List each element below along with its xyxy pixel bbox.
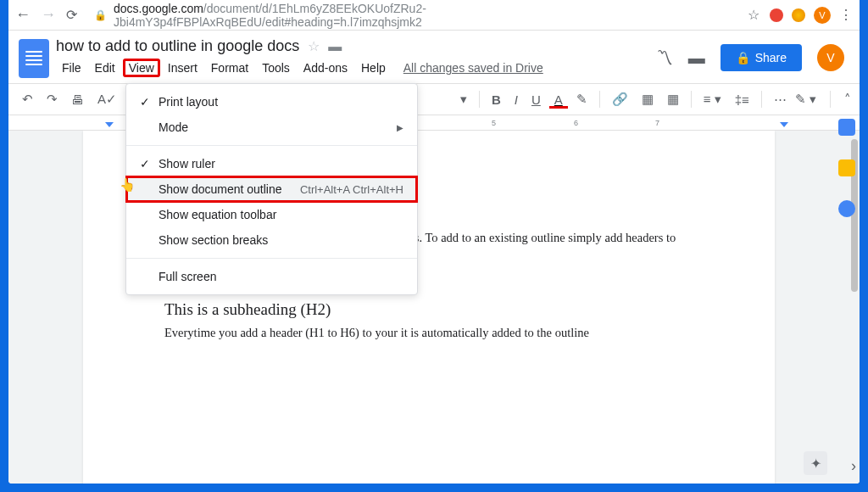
left-indent-marker[interactable]: [105, 122, 114, 127]
menu-show-document-outline[interactable]: Show document outline Ctrl+Alt+A Ctrl+Al…: [126, 176, 417, 202]
lock-icon: 🔒: [736, 51, 750, 64]
star-document-icon[interactable]: ☆: [308, 38, 320, 54]
profile-avatar-sm[interactable]: V: [814, 7, 831, 24]
expand-icon[interactable]: ˄: [844, 92, 851, 107]
url-bar[interactable]: 🔒 docs.google.com/document/d/1EhLm6yZ8EE…: [87, 2, 737, 29]
print-icon[interactable]: 🖶: [66, 89, 89, 110]
reload-button[interactable]: ⟳: [66, 7, 77, 23]
line-spacing-icon[interactable]: ‡≡: [730, 89, 754, 110]
menu-item-label: Show equation toolbar: [159, 208, 403, 221]
back-button[interactable]: ←: [15, 6, 31, 24]
menu-file[interactable]: File: [56, 59, 87, 77]
checkmark-icon: ✓: [140, 95, 159, 109]
undo-icon[interactable]: ↶: [17, 88, 38, 110]
menu-item-label: Full screen: [159, 270, 403, 283]
menu-insert[interactable]: Insert: [162, 59, 203, 77]
url-host: docs.google.com/document/d/1EhLm6yZ8EEkO…: [114, 2, 731, 29]
browser-menu-icon[interactable]: ⋮: [839, 7, 853, 23]
menu-mode[interactable]: Mode ▶: [126, 115, 417, 140]
menu-shortcut: Ctrl+Alt+A Ctrl+Alt+H: [300, 183, 403, 196]
doc-paragraph-2[interactable]: Everytime you add a header (H1 to H6) to…: [164, 324, 693, 343]
document-title[interactable]: how to add to outline in google docs: [56, 37, 299, 55]
ruler-tick: 5: [492, 119, 496, 127]
more-icon[interactable]: ⋯: [769, 88, 792, 110]
text-color-icon[interactable]: A: [549, 90, 568, 109]
separator: [599, 91, 600, 108]
docs-logo-icon[interactable]: [19, 39, 49, 78]
checkmark-icon: ✓: [140, 157, 159, 171]
separator: [761, 91, 762, 108]
spellcheck-icon[interactable]: A✓: [92, 88, 122, 110]
side-panel-toggle-icon[interactable]: ›: [851, 457, 856, 475]
save-status[interactable]: All changes saved in Drive: [403, 61, 543, 75]
editing-mode-icon[interactable]: ✎ ▾: [795, 92, 816, 107]
menu-bar: File Edit View Insert Format Tools Add-o…: [56, 59, 649, 77]
menu-print-layout[interactable]: ✓ Print layout: [126, 89, 417, 115]
comment-add-icon[interactable]: ▦: [637, 88, 659, 110]
ruler-tick: 6: [574, 119, 578, 127]
menu-separator: [126, 258, 417, 259]
browser-toolbar: ← → ⟳ 🔒 docs.google.com/document/d/1EhLm…: [8, 0, 860, 31]
align-icon[interactable]: ≡ ▾: [698, 88, 726, 110]
ruler-tick: 7: [655, 119, 659, 127]
link-icon[interactable]: 🔗: [607, 88, 633, 110]
extension-icons: V ⋮: [770, 7, 853, 24]
bookmark-star-icon[interactable]: ☆: [748, 7, 760, 23]
underline-icon[interactable]: U: [526, 89, 546, 110]
explore-button[interactable]: ✦: [804, 451, 827, 475]
menu-item-label: Print layout: [159, 95, 403, 109]
docs-header: how to add to outline in google docs ☆ ▬…: [8, 31, 860, 78]
extension-icon-1[interactable]: [770, 8, 783, 22]
italic-icon[interactable]: I: [509, 89, 523, 110]
account-avatar[interactable]: V: [817, 44, 844, 71]
menu-item-label: Mode: [159, 120, 397, 134]
menu-addons[interactable]: Add-ons: [298, 59, 353, 77]
lock-icon: 🔒: [94, 9, 107, 21]
menu-edit[interactable]: Edit: [89, 59, 121, 77]
image-icon[interactable]: ▦: [662, 88, 684, 110]
menu-help[interactable]: Help: [355, 59, 392, 77]
menu-show-ruler[interactable]: ✓ Show ruler: [126, 151, 417, 176]
extension-icon-2[interactable]: [792, 8, 805, 22]
separator: [691, 91, 692, 108]
submenu-arrow-icon: ▶: [397, 123, 403, 132]
menu-full-screen[interactable]: Full screen: [126, 264, 417, 289]
view-menu-dropdown: ✓ Print layout Mode ▶ ✓ Show ruler Show …: [125, 83, 418, 295]
browser-window: ← → ⟳ 🔒 docs.google.com/document/d/1EhLm…: [8, 0, 860, 484]
menu-item-label: Show ruler: [159, 157, 403, 171]
font-size-dropdown[interactable]: ▾: [455, 88, 472, 110]
menu-separator: [126, 145, 417, 146]
side-panel: [834, 112, 860, 217]
header-actions: 〽 ▬ 🔒 Share V: [656, 37, 844, 71]
share-label: Share: [755, 51, 787, 64]
menu-tools[interactable]: Tools: [256, 59, 296, 77]
separator: [479, 91, 480, 108]
highlight-icon[interactable]: ✎: [571, 88, 593, 110]
nav-arrows: ← →: [15, 6, 56, 24]
cursor-pointer-icon: 👆: [120, 177, 136, 193]
activity-icon[interactable]: 〽: [656, 48, 673, 68]
doc-heading-2[interactable]: This is a subheading (H2): [164, 300, 693, 319]
bold-icon[interactable]: B: [487, 89, 506, 110]
tasks-icon[interactable]: [838, 200, 855, 217]
share-button[interactable]: 🔒 Share: [721, 44, 802, 71]
menu-item-label: Show document outline: [159, 182, 300, 196]
menu-format[interactable]: Format: [205, 59, 254, 77]
separator: [830, 91, 831, 108]
menu-show-section-breaks[interactable]: Show section breaks: [126, 227, 417, 253]
menu-item-label: Show section breaks: [159, 233, 403, 247]
calendar-icon[interactable]: [838, 119, 855, 136]
doc-meta: how to add to outline in google docs ☆ ▬…: [56, 37, 649, 77]
keep-icon[interactable]: [838, 159, 855, 176]
menu-view[interactable]: View: [123, 59, 160, 77]
right-indent-marker[interactable]: [780, 122, 788, 127]
move-folder-icon[interactable]: ▬: [328, 39, 342, 54]
comments-icon[interactable]: ▬: [688, 48, 705, 68]
redo-icon[interactable]: ↷: [42, 88, 63, 110]
forward-button[interactable]: →: [41, 6, 56, 24]
menu-show-equation-toolbar[interactable]: Show equation toolbar: [126, 202, 417, 227]
